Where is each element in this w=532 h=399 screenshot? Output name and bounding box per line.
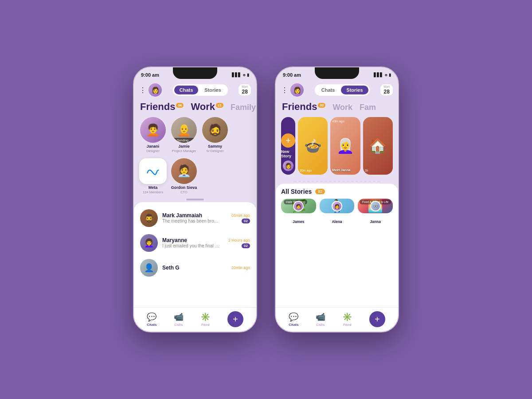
- story-card-food[interactable]: 🍲 20m ago: [298, 117, 328, 175]
- mark-info: Mark Jammaiah 05min ago The meeting has …: [162, 212, 250, 223]
- signal-icon-2: ▋▋▋: [374, 73, 383, 77]
- calls-nav-label: Calls: [174, 323, 183, 327]
- meta-logo-icon: [147, 167, 159, 175]
- feed-nav-icon-2: ✳️: [342, 312, 352, 322]
- mark-unread: 02: [242, 219, 250, 223]
- cat-work-2[interactable]: Work: [332, 103, 352, 112]
- category-row-1: Friends 06 Work 21 Family: [134, 99, 256, 114]
- menu-dots-2[interactable]: ⋮: [281, 86, 288, 94]
- time-1: 9:00 am: [141, 72, 159, 78]
- mark-time: 05min ago: [231, 213, 250, 218]
- chat-item-maryanne[interactable]: 👩‍🦱 Maryanne 2 Hours ago I just emailed …: [134, 231, 256, 255]
- phone-content-2: ⋮ 👩 Chats Stories Mon 28 Friends 02 Work: [276, 81, 398, 332]
- wifi-icon-2: ⌾: [385, 73, 387, 77]
- maryanne-time: 2 Hours ago: [228, 238, 250, 243]
- story-james: 🌿 Hate Reading 🧑: [281, 199, 316, 213]
- cat-fam-label-2: Fam: [360, 103, 376, 112]
- person-janani[interactable]: 🧑‍🦱 Janani Designer: [139, 117, 167, 153]
- story-alena-wrapper[interactable]: 🚶 👩 Alena: [320, 199, 355, 224]
- new-story-label: New Story: [281, 149, 295, 158]
- tab-stories-2[interactable]: Stories: [341, 86, 368, 94]
- seth-time: 20min ago: [231, 266, 250, 270]
- sammy-role: Sr Designer: [206, 149, 224, 153]
- cat-fam-2[interactable]: Fam: [360, 103, 376, 112]
- seth-avatar: 👤: [140, 259, 158, 277]
- nav-feed-2[interactable]: ✳️ Feed: [342, 312, 352, 327]
- tab-pill-2: Chats Stories: [315, 84, 370, 96]
- sammy-avatar: 🧔: [202, 117, 228, 143]
- tab-chats-1[interactable]: Chats: [174, 86, 199, 94]
- cat-work[interactable]: Work 21: [191, 101, 223, 113]
- story-janna-thumb: 🌅 Food & Travel is Life 👓: [358, 199, 393, 213]
- user-avatar-1[interactable]: 👩: [149, 83, 162, 97]
- battery-icon-2: ▮: [389, 73, 391, 77]
- cat-friends-label: Friends: [140, 101, 175, 113]
- wifi-icon: ⌾: [243, 73, 245, 77]
- person-jamie[interactable]: 🧑‍🦲 Jamie Project Manager: [170, 117, 198, 153]
- story-food-time: 20m ago: [300, 169, 312, 172]
- person-gordon[interactable]: 🧑‍💼 Gordon Sieva CTO: [170, 158, 198, 194]
- story-james-wrapper[interactable]: 🌿 Hate Reading 🧑 James: [281, 199, 316, 224]
- notch-2: [315, 67, 359, 79]
- seth-info: Seth G 20min ago: [162, 265, 250, 271]
- story-card-extra[interactable]: 🏠 3h: [363, 117, 393, 175]
- cal-date-1: 28: [242, 89, 248, 95]
- maryanne-avatar: 👩‍🦱: [140, 234, 158, 252]
- notch-1: [173, 67, 217, 79]
- maryanne-msg-row: I just emailed you the final designs 🙌 0…: [162, 243, 250, 248]
- battery-icon: ▮: [247, 73, 249, 77]
- tab-chats-2[interactable]: Chats: [316, 86, 340, 94]
- cat-work-badge: 21: [216, 103, 223, 108]
- gordon-name: Gordon Sieva: [171, 185, 197, 190]
- mark-avatar: 🧔‍♂️: [140, 209, 158, 227]
- seth-name: Seth G: [162, 265, 180, 271]
- story-alena-avatar: 👩: [332, 201, 342, 211]
- mark-message: The meeting has been brought forwar...: [162, 219, 220, 223]
- stories-list: 🌿 Hate Reading 🧑 James 🚶 👩 Alena: [281, 199, 393, 224]
- calls-nav-icon-2: 📹: [316, 312, 325, 322]
- nav-feed-1[interactable]: ✳️ Feed: [200, 312, 210, 327]
- story-extra-bg: 🏠: [363, 117, 393, 175]
- chat-item-mark[interactable]: 🧔‍♂️ Mark Jammaiah 05min ago The meeting…: [134, 206, 256, 231]
- story-card-janna[interactable]: 👩‍🦳 Meet Janna 43m ago: [330, 117, 360, 175]
- nav-calls-1[interactable]: 📹 Calls: [174, 312, 184, 327]
- add-button-1[interactable]: +: [227, 311, 243, 327]
- calendar-badge-2: Mon 28: [380, 84, 393, 96]
- tab-stories-1[interactable]: Stories: [199, 86, 226, 94]
- person-sammy[interactable]: 🧔 Sammy Sr Designer: [201, 117, 229, 153]
- mark-msg-row: The meeting has been brought forwar... 0…: [162, 219, 250, 223]
- cal-day-2: Mon: [383, 85, 390, 89]
- cat-friends[interactable]: Friends 06: [140, 101, 184, 113]
- add-button-2[interactable]: +: [369, 311, 385, 327]
- nav-calls-2[interactable]: 📹 Calls: [316, 312, 325, 327]
- meta-sub: 124 Members: [143, 190, 163, 194]
- user-avatar-2[interactable]: 👩: [290, 83, 304, 97]
- nav-chats-1[interactable]: 💬 Chats: [147, 312, 156, 327]
- header-1: ⋮ 👩 Chats Stories Mon 28: [134, 81, 256, 99]
- all-stories-header: All Stories 02: [281, 188, 393, 195]
- group-meta[interactable]: Meta 124 Members: [139, 158, 167, 194]
- calls-nav-label-2: Calls: [316, 323, 325, 327]
- chats-nav-icon: 💬: [147, 312, 156, 322]
- story-janna-thumb-avatar: 👓: [370, 201, 381, 211]
- feed-nav-label: Feed: [201, 323, 210, 327]
- nav-chats-2[interactable]: 💬 Chats: [289, 312, 298, 327]
- cat-family[interactable]: Family: [231, 103, 256, 112]
- new-story-card[interactable]: + New Story 👩: [281, 117, 295, 175]
- wavy-divider: [294, 179, 379, 182]
- story-janna-time: 43m ago: [332, 120, 344, 123]
- story-janna-wrapper[interactable]: 🌅 Food & Travel is Life 👓 Janna: [358, 199, 393, 224]
- chat-item-seth[interactable]: 👤 Seth G 20min ago: [134, 255, 256, 280]
- add-story-btn[interactable]: +: [281, 133, 295, 148]
- phone-2: 9:00 am ▋▋▋ ⌾ ▮ ⋮ 👩 Chats Stories Mon 28: [275, 66, 399, 332]
- drag-handle-1: [186, 199, 204, 200]
- feed-nav-label-2: Feed: [343, 323, 352, 327]
- menu-dots[interactable]: ⋮: [139, 86, 146, 94]
- cat-friends-2[interactable]: Friends 02: [282, 101, 325, 113]
- time-2: 9:00 am: [283, 72, 301, 78]
- phone-1: 9:00 am ▋▋▋ ⌾ ▮ ⋮ 👩 Chats Stories Mon 28: [133, 66, 257, 332]
- cat-work-label: Work: [191, 101, 215, 113]
- seth-name-row: Seth G 20min ago: [162, 265, 250, 271]
- janani-name: Janani: [147, 144, 160, 149]
- cat-family-label: Family: [231, 103, 256, 112]
